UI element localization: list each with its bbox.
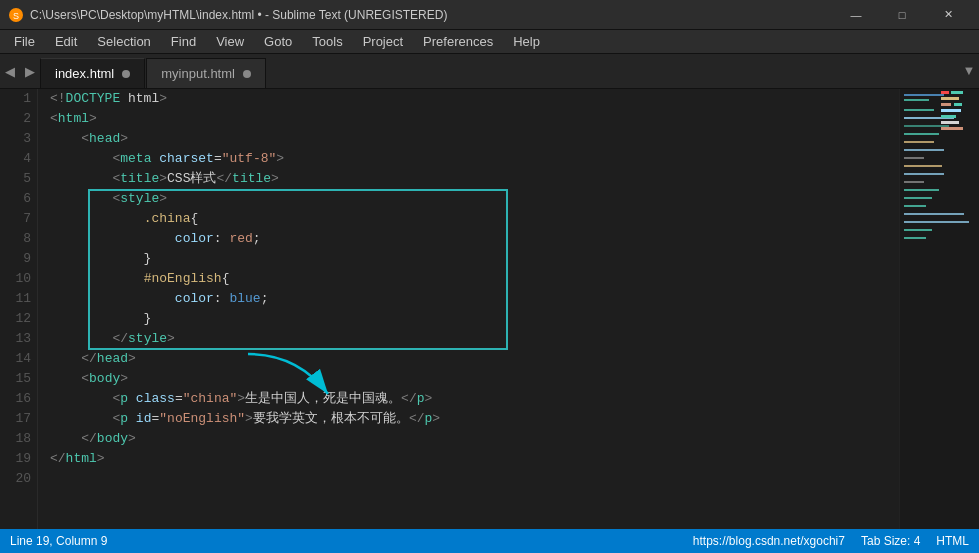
window-controls: — □ ✕ [833, 0, 971, 30]
code-line: <p id="noEnglish">要我学英文，根本不可能。</p> [50, 409, 899, 429]
close-button[interactable]: ✕ [925, 0, 971, 30]
code-line: <body> [50, 369, 899, 389]
menu-edit[interactable]: Edit [45, 32, 87, 51]
tab-back-button[interactable]: ◀ [0, 54, 20, 89]
tab-label: myinput.html [161, 66, 235, 81]
status-left: Line 19, Column 9 [10, 534, 107, 548]
svg-rect-24 [951, 91, 963, 94]
line-number: 14 [6, 349, 31, 369]
svg-rect-23 [941, 91, 949, 94]
code-line: </html> [50, 449, 899, 469]
maximize-button[interactable]: □ [879, 0, 925, 30]
svg-rect-12 [904, 165, 942, 167]
svg-rect-29 [941, 115, 956, 118]
menu-find[interactable]: Find [161, 32, 206, 51]
svg-rect-25 [941, 97, 959, 100]
svg-rect-15 [904, 189, 939, 191]
tab-myinput-html[interactable]: myinput.html [146, 58, 266, 88]
menu-project[interactable]: Project [353, 32, 413, 51]
menu-view[interactable]: View [206, 32, 254, 51]
line-number: 12 [6, 309, 31, 329]
cursor-position: Line 19, Column 9 [10, 534, 107, 548]
line-number: 15 [6, 369, 31, 389]
code-line: <style> [50, 189, 899, 209]
menu-goto[interactable]: Goto [254, 32, 302, 51]
svg-rect-17 [904, 205, 926, 207]
menu-tools[interactable]: Tools [302, 32, 352, 51]
line-number: 18 [6, 429, 31, 449]
svg-rect-19 [904, 221, 969, 223]
title-bar: S C:\Users\PC\Desktop\myHTML\index.html … [0, 0, 979, 30]
line-number: 20 [6, 469, 31, 489]
code-line: <title>CSS样式</title> [50, 169, 899, 189]
tab-label: index.html [55, 66, 114, 81]
code-line: <!DOCTYPE html> [50, 89, 899, 109]
code-line: color: blue; [50, 289, 899, 309]
svg-rect-5 [904, 109, 934, 111]
line-number: 17 [6, 409, 31, 429]
line-number: 4 [6, 149, 31, 169]
url-display: https://blog.csdn.net/xgochi7 [693, 534, 845, 548]
tab-modified-dot [122, 70, 130, 78]
menu-bar: File Edit Selection Find View Goto Tools… [0, 30, 979, 54]
svg-rect-26 [941, 103, 951, 106]
code-area[interactable]: <!DOCTYPE html> <html> <head> <meta char… [38, 89, 899, 529]
svg-rect-30 [941, 121, 959, 124]
line-number: 16 [6, 389, 31, 409]
tab-bar: ◀ ▶ index.html myinput.html ▼ [0, 54, 979, 89]
code-line: .china{ [50, 209, 899, 229]
line-number: 1 [6, 89, 31, 109]
tab-dropdown-button[interactable]: ▼ [959, 53, 979, 88]
status-right: https://blog.csdn.net/xgochi7 Tab Size: … [693, 534, 969, 548]
svg-rect-14 [904, 181, 924, 183]
code-line: </style> [50, 329, 899, 349]
code-line: <meta charset="utf-8"> [50, 149, 899, 169]
tab-forward-button[interactable]: ▶ [20, 54, 40, 89]
line-number: 2 [6, 109, 31, 129]
menu-selection[interactable]: Selection [87, 32, 160, 51]
line-number: 5 [6, 169, 31, 189]
tab-modified-dot [243, 70, 251, 78]
minimap [899, 89, 979, 529]
line-number: 9 [6, 249, 31, 269]
svg-rect-13 [904, 173, 944, 175]
svg-rect-20 [904, 229, 932, 231]
line-number: 3 [6, 129, 31, 149]
code-line: </body> [50, 429, 899, 449]
line-number: 8 [6, 229, 31, 249]
code-line: } [50, 249, 899, 269]
svg-rect-28 [941, 109, 961, 112]
code-line: #noEnglish{ [50, 269, 899, 289]
menu-file[interactable]: File [4, 32, 45, 51]
menu-preferences[interactable]: Preferences [413, 32, 503, 51]
window-title: C:\Users\PC\Desktop\myHTML\index.html • … [30, 8, 833, 22]
svg-rect-18 [904, 213, 964, 215]
app-icon: S [8, 7, 24, 23]
minimize-button[interactable]: — [833, 0, 879, 30]
svg-rect-7 [904, 125, 949, 127]
minimap-content [899, 89, 979, 529]
editor-area: 1 2 3 4 5 6 7 8 9 10 11 12 13 14 15 16 1… [0, 89, 979, 529]
tab-index-html[interactable]: index.html [40, 58, 145, 88]
line-number: 13 [6, 329, 31, 349]
svg-rect-3 [904, 94, 944, 96]
code-line: </head> [50, 349, 899, 369]
status-bar: Line 19, Column 9 https://blog.csdn.net/… [0, 529, 979, 553]
svg-rect-4 [904, 99, 929, 101]
line-number: 7 [6, 209, 31, 229]
tab-size: Tab Size: 4 [861, 534, 920, 548]
line-number: 10 [6, 269, 31, 289]
svg-rect-31 [941, 127, 963, 130]
menu-help[interactable]: Help [503, 32, 550, 51]
code-line [50, 469, 899, 489]
code-line: } [50, 309, 899, 329]
svg-rect-16 [904, 197, 932, 199]
code-line: <html> [50, 109, 899, 129]
svg-rect-11 [904, 157, 924, 159]
code-line: <p class="china">生是中国人，死是中国魂。</p> [50, 389, 899, 409]
svg-rect-21 [904, 237, 926, 239]
line-number: 11 [6, 289, 31, 309]
file-type: HTML [936, 534, 969, 548]
svg-text:S: S [13, 11, 19, 21]
line-number: 19 [6, 449, 31, 469]
